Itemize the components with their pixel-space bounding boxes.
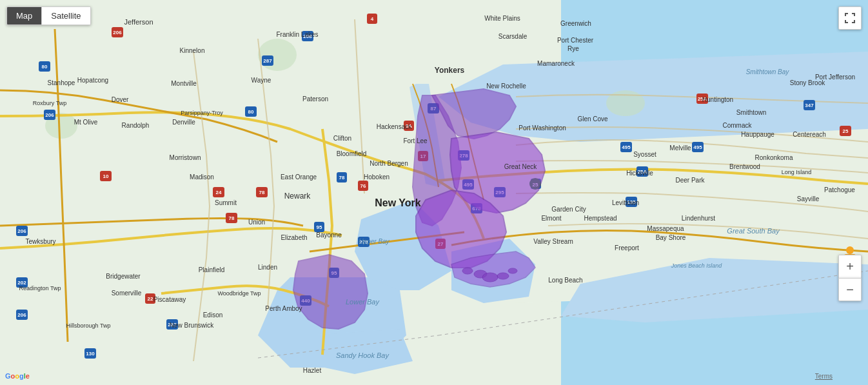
svg-text:Readington Twp: Readington Twp bbox=[19, 285, 61, 291]
svg-text:Brentwood: Brentwood bbox=[729, 163, 760, 170]
svg-text:Port Jefferson: Port Jefferson bbox=[815, 74, 855, 81]
svg-text:Huntington: Huntington bbox=[702, 96, 733, 103]
svg-text:Montville: Montville bbox=[171, 80, 197, 87]
svg-text:Hoboken: Hoboken bbox=[364, 173, 390, 181]
svg-text:Port Chester: Port Chester bbox=[557, 37, 594, 44]
svg-text:Upper Bay: Upper Bay bbox=[359, 238, 390, 245]
svg-text:80: 80 bbox=[42, 64, 48, 70]
svg-text:Great South Bay: Great South Bay bbox=[727, 227, 780, 235]
svg-text:130: 130 bbox=[86, 351, 95, 357]
svg-text:Garden City: Garden City bbox=[551, 206, 586, 213]
svg-text:206: 206 bbox=[17, 228, 26, 234]
svg-text:Great Neck: Great Neck bbox=[504, 163, 538, 170]
svg-rect-191 bbox=[846, 246, 854, 254]
svg-point-101 bbox=[482, 273, 498, 282]
svg-point-11 bbox=[258, 39, 297, 71]
svg-text:Syosset: Syosset bbox=[633, 151, 656, 158]
svg-text:Massapequa: Massapequa bbox=[647, 225, 684, 232]
svg-text:495: 495 bbox=[693, 144, 702, 150]
svg-text:Long Island: Long Island bbox=[782, 169, 812, 175]
svg-text:Ronkonkoma: Ronkonkoma bbox=[755, 154, 793, 161]
svg-text:Summit: Summit bbox=[215, 199, 237, 206]
svg-text:Hempstead: Hempstead bbox=[584, 215, 616, 222]
svg-text:Sandy Hook Bay: Sandy Hook Bay bbox=[336, 351, 390, 359]
svg-text:76: 76 bbox=[360, 183, 366, 189]
svg-text:Freeport: Freeport bbox=[615, 244, 639, 252]
svg-text:New Rochelle: New Rochelle bbox=[486, 83, 526, 90]
svg-text:10: 10 bbox=[103, 173, 109, 179]
svg-text:4: 4 bbox=[371, 16, 374, 22]
svg-text:Patchogue: Patchogue bbox=[824, 186, 855, 193]
svg-text:80: 80 bbox=[248, 109, 254, 115]
satellite-button[interactable]: Satellite bbox=[42, 7, 90, 25]
svg-text:206: 206 bbox=[45, 112, 54, 118]
svg-text:Jones Beach Island: Jones Beach Island bbox=[671, 262, 723, 269]
svg-text:Plainfield: Plainfield bbox=[199, 266, 225, 273]
svg-text:Smithtown Bay: Smithtown Bay bbox=[746, 68, 790, 75]
svg-text:Elizabeth: Elizabeth bbox=[281, 234, 307, 241]
svg-text:22: 22 bbox=[148, 296, 153, 302]
svg-text:Franklin Lakes: Franklin Lakes bbox=[276, 31, 318, 38]
svg-text:Levittown: Levittown bbox=[612, 199, 639, 206]
zoom-out-button[interactable]: − bbox=[838, 278, 862, 301]
svg-text:Somerville: Somerville bbox=[112, 290, 142, 297]
svg-point-99 bbox=[462, 268, 473, 274]
svg-text:Commack: Commack bbox=[722, 122, 752, 129]
svg-text:Smithtown: Smithtown bbox=[736, 109, 767, 116]
svg-text:Scarsdale: Scarsdale bbox=[498, 33, 528, 40]
svg-text:Edison: Edison bbox=[203, 311, 223, 319]
svg-text:347: 347 bbox=[805, 103, 814, 108]
svg-text:Hillsborough Twp: Hillsborough Twp bbox=[66, 322, 111, 329]
map-container: 95 95 78 278 440 678 495 278 87 9A 17 76 bbox=[0, 0, 868, 385]
svg-text:New York: New York bbox=[375, 197, 421, 208]
svg-text:Union: Union bbox=[248, 219, 265, 226]
svg-text:Woodbridge Twp: Woodbridge Twp bbox=[217, 290, 261, 297]
map-type-control[interactable]: Map Satellite bbox=[6, 6, 91, 25]
map-button[interactable]: Map bbox=[7, 7, 42, 25]
svg-text:Lindenhurst: Lindenhurst bbox=[682, 215, 715, 222]
svg-text:Mt Olive: Mt Olive bbox=[74, 119, 98, 126]
google-logo: Google bbox=[5, 372, 30, 380]
svg-text:Port Washington: Port Washington bbox=[518, 124, 566, 132]
svg-text:Yonkers: Yonkers bbox=[435, 66, 465, 75]
svg-text:Hackensack: Hackensack bbox=[377, 123, 412, 130]
map-terms[interactable]: Terms bbox=[815, 373, 833, 380]
svg-text:New Brunswick: New Brunswick bbox=[170, 322, 214, 329]
svg-text:Denville: Denville bbox=[172, 119, 195, 126]
svg-point-103 bbox=[508, 268, 517, 273]
svg-text:78: 78 bbox=[339, 175, 345, 181]
svg-text:North Bergen: North Bergen bbox=[370, 160, 408, 167]
svg-text:Linden: Linden bbox=[258, 264, 277, 271]
map-background: 95 95 78 278 440 678 495 278 87 9A 17 76 bbox=[0, 0, 868, 385]
fullscreen-icon bbox=[844, 12, 856, 24]
svg-text:White Plains: White Plains bbox=[484, 15, 520, 22]
svg-text:Hauppauge: Hauppauge bbox=[741, 131, 774, 138]
svg-text:Paterson: Paterson bbox=[302, 95, 328, 103]
svg-text:Long Beach: Long Beach bbox=[548, 277, 582, 284]
svg-text:Melville: Melville bbox=[669, 144, 691, 152]
svg-text:Lower Bay: Lower Bay bbox=[346, 298, 380, 306]
svg-text:Madison: Madison bbox=[190, 173, 214, 181]
svg-text:Centereach: Centereach bbox=[793, 131, 826, 138]
svg-text:Stanhope: Stanhope bbox=[48, 79, 75, 86]
svg-text:Bay Shore: Bay Shore bbox=[656, 234, 686, 241]
svg-text:Bridgewater: Bridgewater bbox=[106, 273, 141, 280]
svg-text:Deer Park: Deer Park bbox=[675, 177, 705, 184]
svg-text:Randolph: Randolph bbox=[122, 122, 150, 129]
svg-text:206: 206 bbox=[113, 30, 122, 35]
svg-text:95: 95 bbox=[317, 224, 322, 230]
svg-text:24: 24 bbox=[216, 190, 222, 195]
svg-text:Roxbury Twp: Roxbury Twp bbox=[33, 100, 66, 106]
svg-text:Mamaroneck: Mamaroneck bbox=[537, 60, 575, 67]
svg-text:Valley Stream: Valley Stream bbox=[533, 238, 573, 245]
svg-text:206: 206 bbox=[17, 312, 26, 318]
zoom-in-button[interactable]: + bbox=[838, 255, 862, 278]
svg-text:Hazlet: Hazlet bbox=[303, 367, 322, 374]
svg-text:78: 78 bbox=[259, 190, 265, 195]
svg-text:Clifton: Clifton bbox=[333, 135, 351, 142]
svg-text:Hopatcong: Hopatcong bbox=[77, 77, 108, 84]
svg-text:78: 78 bbox=[229, 215, 235, 221]
svg-text:Bloomfield: Bloomfield bbox=[337, 150, 367, 157]
fullscreen-button[interactable] bbox=[838, 6, 862, 30]
svg-text:Tewksbury: Tewksbury bbox=[25, 238, 55, 245]
